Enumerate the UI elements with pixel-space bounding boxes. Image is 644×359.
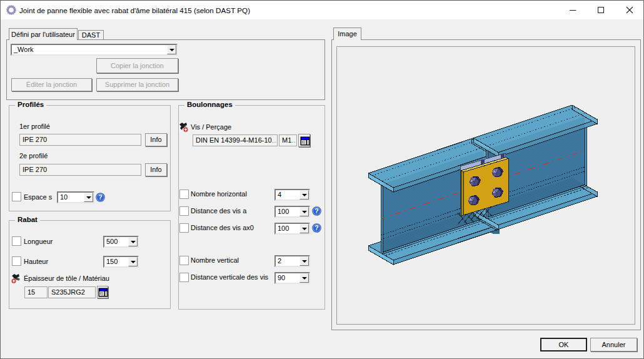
- svg-text:?: ?: [98, 193, 102, 201]
- svg-text:?: ?: [314, 224, 318, 231]
- svg-text:?: ?: [314, 207, 318, 215]
